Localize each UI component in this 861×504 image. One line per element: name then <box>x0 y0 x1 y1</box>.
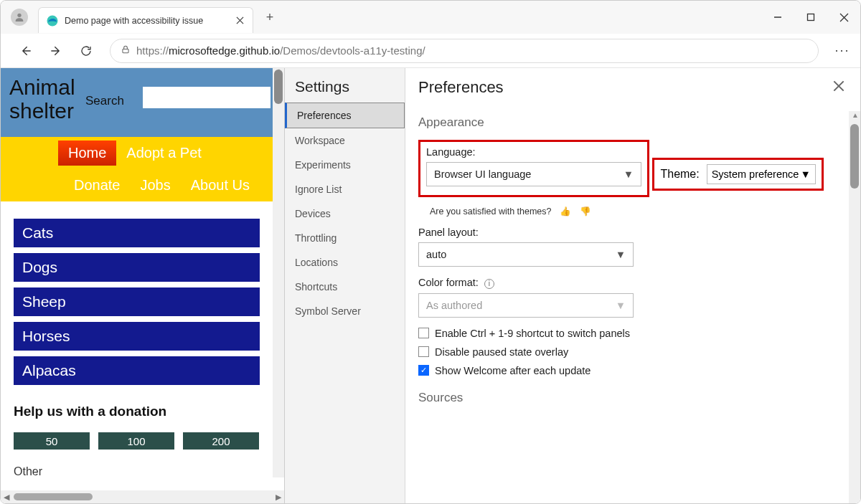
nav-home[interactable]: Home <box>58 141 116 166</box>
settings-nav-symbol-server[interactable]: Symbol Server <box>285 299 405 323</box>
thumbs-up-icon[interactable]: 👍 <box>560 206 571 217</box>
theme-select[interactable]: System preference▼ <box>707 164 816 184</box>
overlay-checkbox-label: Disable paused state overlay <box>435 346 568 358</box>
tab-close-icon[interactable] <box>234 15 245 27</box>
language-select[interactable]: Browser UI language ▼ <box>426 162 641 186</box>
color-format-select[interactable]: As authored ▼ <box>418 293 634 318</box>
thumbs-down-icon[interactable]: 👎 <box>580 206 591 217</box>
settings-nav-devices[interactable]: Devices <box>285 201 405 226</box>
category-link[interactable]: Horses <box>14 322 260 351</box>
donation-heading: Help us with a donation <box>14 404 260 419</box>
page-vertical-scrollbar[interactable]: ▲ <box>273 68 284 477</box>
donation-amount-button[interactable]: 50 <box>14 432 90 450</box>
chevron-down-icon: ▼ <box>616 300 626 311</box>
page-horizontal-scrollbar[interactable]: ◀ ▶ <box>1 490 284 503</box>
url-text: https://microsoftedge.github.io/Demos/de… <box>136 44 425 57</box>
appearance-section-title: Appearance <box>418 115 839 130</box>
theme-label: Theme: <box>660 168 699 181</box>
panel-layout-select[interactable]: auto ▼ <box>418 242 634 267</box>
donation-amount-button[interactable]: 100 <box>98 432 174 450</box>
forward-button[interactable] <box>44 39 68 63</box>
devtools-panel: Settings Preferences Workspace Experimen… <box>284 68 860 503</box>
lock-icon <box>121 44 131 57</box>
new-tab-button[interactable]: + <box>258 5 282 29</box>
settings-nav-preferences[interactable]: Preferences <box>285 103 405 128</box>
chevron-down-icon: ▼ <box>624 168 634 180</box>
chevron-down-icon: ▼ <box>616 249 626 260</box>
info-icon[interactable]: i <box>484 279 494 289</box>
color-format-label: Color format: i <box>418 277 839 289</box>
search-input[interactable] <box>143 87 270 108</box>
panel-layout-label: Panel layout: <box>418 227 839 238</box>
shortcut-checkbox-label: Enable Ctrl + 1-9 shortcut to switch pan… <box>435 328 630 339</box>
category-link[interactable]: Dogs <box>14 253 260 282</box>
settings-nav-experiments[interactable]: Experiments <box>285 153 405 177</box>
settings-nav-shortcuts[interactable]: Shortcuts <box>285 275 405 299</box>
edge-icon <box>46 14 59 27</box>
nav-jobs[interactable]: Jobs <box>131 173 181 198</box>
settings-nav-workspace[interactable]: Workspace <box>285 128 405 153</box>
theme-feedback-text: Are you satisfied with themes? 👍 👎 <box>430 206 839 217</box>
settings-nav-throttling[interactable]: Throttling <box>285 226 405 250</box>
category-link[interactable]: Cats <box>14 219 260 247</box>
nav-about[interactable]: About Us <box>181 173 260 198</box>
maximize-button[interactable] <box>794 1 827 34</box>
donation-other[interactable]: Other <box>1 462 273 481</box>
more-menu-button[interactable]: ··· <box>830 39 855 63</box>
nav-donate[interactable]: Donate <box>64 173 131 198</box>
main-nav: Home Adopt a Pet Donate Jobs About Us <box>1 137 273 201</box>
refresh-button[interactable] <box>74 39 98 63</box>
language-label: Language: <box>426 146 641 158</box>
overlay-checkbox[interactable] <box>418 346 429 357</box>
address-bar[interactable]: https://microsoftedge.github.io/Demos/de… <box>110 39 819 63</box>
preferences-title: Preferences <box>418 78 833 97</box>
welcome-checkbox-label: Show Welcome after each update <box>435 365 591 376</box>
shortcut-checkbox[interactable] <box>418 328 429 338</box>
page-viewport: Animalshelter Search Home Adopt a Pet Do… <box>1 68 284 503</box>
profile-avatar[interactable] <box>11 9 28 26</box>
devtools-vertical-scrollbar[interactable]: ▲ <box>849 111 860 503</box>
svg-point-0 <box>17 14 21 17</box>
chevron-down-icon: ▼ <box>800 168 810 180</box>
close-settings-button[interactable] <box>833 80 847 95</box>
minimize-button[interactable] <box>761 1 794 34</box>
nav-adopt[interactable]: Adopt a Pet <box>116 141 212 166</box>
close-window-button[interactable] <box>827 1 860 34</box>
welcome-checkbox[interactable] <box>418 365 429 376</box>
back-button[interactable] <box>14 39 38 63</box>
settings-nav-ignore-list[interactable]: Ignore List <box>285 177 405 201</box>
tab-title: Demo page with accessibility issue <box>65 16 234 26</box>
settings-nav-locations[interactable]: Locations <box>285 250 405 275</box>
search-label: Search <box>85 94 124 108</box>
category-link[interactable]: Alpacas <box>14 356 260 385</box>
category-link[interactable]: Sheep <box>14 287 260 316</box>
sources-section-title: Sources <box>418 391 839 405</box>
svg-rect-3 <box>123 49 128 52</box>
svg-rect-2 <box>808 14 814 21</box>
donation-amount-button[interactable]: 200 <box>183 432 259 450</box>
browser-tab[interactable]: Demo page with accessibility issue <box>38 7 253 33</box>
settings-title: Settings <box>285 78 405 103</box>
